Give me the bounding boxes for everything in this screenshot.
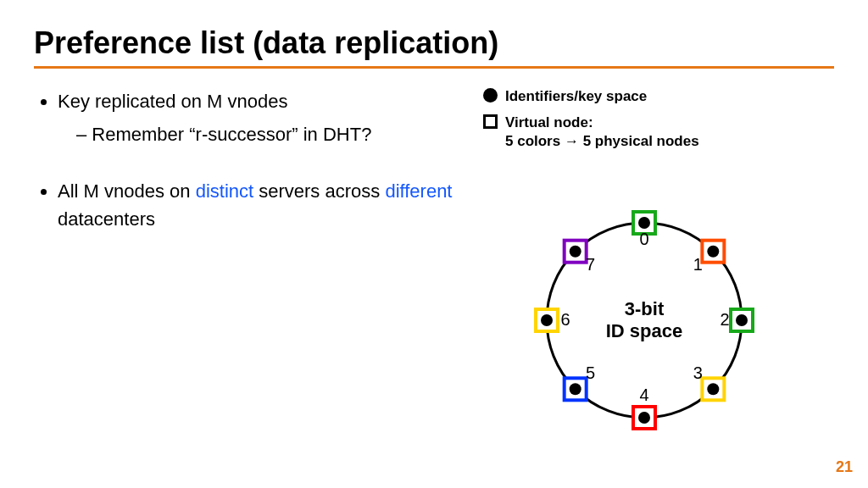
node-label: 5	[586, 363, 595, 382]
bullet-list: Key replicated on M vnodes Remember “r-s…	[34, 87, 475, 233]
legend-row-identifier: Identifiers/key space	[475, 87, 834, 105]
bullet-text: datacenters	[58, 208, 155, 230]
identifier-dot	[541, 314, 553, 326]
bullet-text: servers across	[253, 180, 385, 202]
slide: Preference list (data replication) Key r…	[0, 0, 868, 488]
bullet-text: Key replicated on M vnodes	[58, 91, 288, 112]
bullet-item: All M vnodes on distinct servers across …	[58, 177, 475, 233]
hollow-square-icon	[483, 114, 498, 129]
node-label: 4	[639, 385, 648, 404]
legend-symbol	[475, 87, 505, 103]
slide-body: Key replicated on M vnodes Remember “r-s…	[34, 87, 834, 262]
node-label: 6	[560, 310, 570, 329]
identifier-dot	[736, 314, 748, 326]
node-label: 1	[693, 255, 703, 274]
ring-center-label: ID space	[606, 320, 683, 341]
hash-ring-diagram: 3-bitID space01234567	[500, 176, 788, 464]
identifier-dot	[570, 246, 581, 258]
keyword: different	[385, 180, 452, 202]
legend-row-vnode: Virtual node: 5 colors → 5 physical node…	[475, 114, 834, 150]
legend-label: Virtual node: 5 colors → 5 physical node…	[505, 114, 699, 150]
sub-bullet-item: Remember “r-successor” in DHT?	[76, 120, 475, 148]
filled-circle-icon	[483, 88, 498, 103]
identifier-dot	[707, 246, 719, 258]
identifier-dot	[638, 412, 650, 424]
legend-symbol	[475, 114, 505, 129]
identifier-dot	[570, 383, 581, 395]
identifier-dot	[707, 383, 719, 395]
legend: Identifiers/key space Virtual node: 5 co…	[475, 87, 834, 150]
bullet-item: Key replicated on M vnodes Remember “r-s…	[58, 87, 475, 148]
legend-label: Identifiers/key space	[505, 87, 647, 105]
diagram-column: Identifiers/key space Virtual node: 5 co…	[475, 87, 834, 262]
ring-svg: 3-bitID space01234567	[500, 176, 788, 464]
page-number: 21	[836, 458, 853, 476]
bullet-text: All M vnodes on	[58, 180, 196, 202]
sub-bullet-text: Remember “r-successor” in DHT?	[92, 124, 371, 145]
sub-bullet-list: Remember “r-successor” in DHT?	[58, 120, 475, 148]
bullet-column: Key replicated on M vnodes Remember “r-s…	[34, 87, 475, 262]
identifier-dot	[638, 217, 650, 229]
node-label: 7	[586, 255, 595, 274]
node-label: 2	[720, 310, 729, 329]
node-label: 0	[639, 230, 648, 248]
ring-center-label: 3-bit	[625, 298, 665, 319]
title-rule	[34, 66, 834, 69]
page-title: Preference list (data replication)	[34, 25, 834, 61]
node-label: 3	[693, 363, 703, 382]
keyword: distinct	[196, 180, 253, 202]
